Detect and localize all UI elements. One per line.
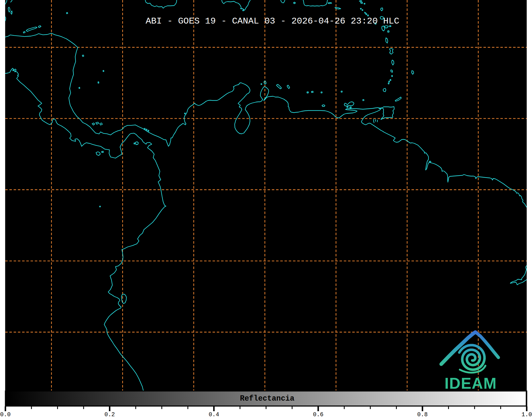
svg-text:IDEAM: IDEAM bbox=[444, 375, 497, 392]
svg-text:0.2: 0.2 bbox=[104, 411, 115, 417]
svg-text:0.0: 0.0 bbox=[0, 411, 11, 417]
svg-text:0.6: 0.6 bbox=[313, 411, 324, 417]
svg-text:Reflectancia: Reflectancia bbox=[240, 394, 294, 403]
svg-text:ABI - GOES 19 - CANAL 03 - 202: ABI - GOES 19 - CANAL 03 - 2026-04-26 23… bbox=[146, 16, 399, 26]
svg-text:1.0: 1.0 bbox=[521, 411, 532, 417]
svg-text:0.4: 0.4 bbox=[209, 411, 219, 417]
svg-text:0.8: 0.8 bbox=[417, 411, 428, 417]
